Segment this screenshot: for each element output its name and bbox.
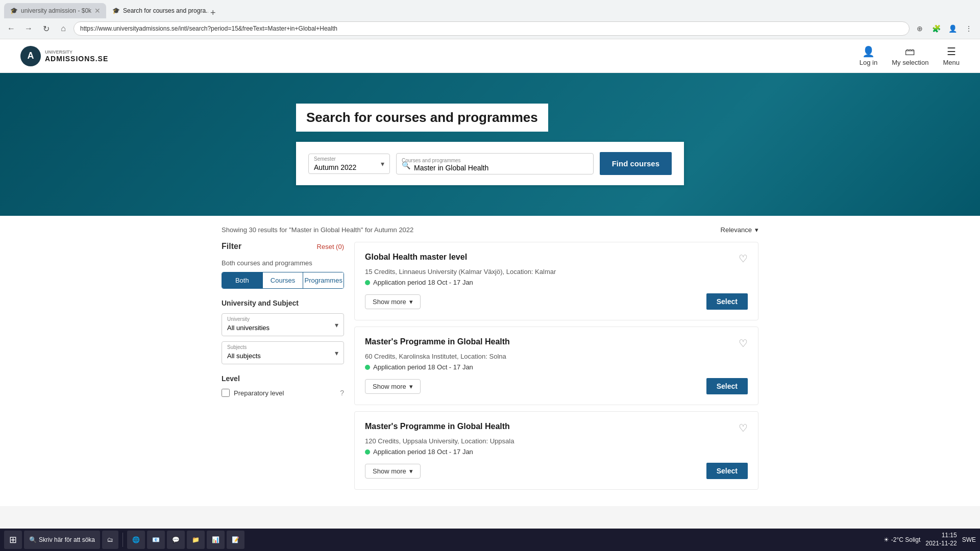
browser-nav-icons: ⊕ 🧩 👤 ⋮ — [913, 21, 976, 36]
course-meta-3: 120 Credits, Uppsala University, Locatio… — [365, 437, 748, 445]
application-text-3: Application period 18 Oct - 17 Jan — [373, 448, 473, 456]
semester-label: Semester — [314, 156, 336, 162]
reload-button[interactable]: ↻ — [39, 21, 53, 36]
filter-level-section: Level Preparatory level ? — [222, 374, 344, 397]
logo-university: UNIVERSITY — [45, 49, 108, 55]
help-icon[interactable]: ? — [340, 389, 344, 397]
course-card-3-bottom: Show more ▾ Select — [365, 463, 748, 479]
course-card-2-top: Master's Programme in Global Health ♡ — [365, 337, 748, 349]
course-card-1-top: Global Health master level ♡ — [365, 253, 748, 265]
myselection-label: My selection — [892, 59, 928, 66]
application-text-2: Application period 18 Oct - 17 Jan — [373, 363, 473, 371]
home-button[interactable]: ⌂ — [56, 21, 70, 36]
browser-tab-2[interactable]: 🎓 Search for courses and progra... ✕ — [106, 3, 208, 18]
show-more-chevron-3: ▾ — [409, 467, 413, 475]
course-application-1: Application period 18 Oct - 17 Jan — [365, 279, 748, 286]
show-more-chevron-2: ▾ — [409, 383, 413, 390]
course-card-1: Global Health master level ♡ 15 Credits,… — [354, 242, 758, 320]
tab2-favicon: 🎓 — [112, 7, 120, 14]
courses-input[interactable] — [402, 164, 588, 172]
tabs-bar: 🎓 university admission - $0k ✕ 🎓 Search … — [0, 0, 980, 18]
browser-nav: ← → ↻ ⌂ ⊕ 🧩 👤 ⋮ — [0, 18, 980, 39]
course-title-1[interactable]: Global Health master level — [365, 253, 467, 262]
hero-content: Search for courses and programmes Semest… — [296, 104, 684, 185]
filter-panel: Filter Reset (0) Both courses and progra… — [222, 242, 344, 496]
university-select-wrap: University All universities ▾ — [222, 313, 344, 336]
toggle-courses-button[interactable]: Courses — [263, 272, 304, 288]
myselection-icon: 🗃 — [905, 46, 915, 58]
course-application-3: Application period 18 Oct - 17 Jan — [365, 448, 748, 456]
course-card-1-bottom: Show more ▾ Select — [365, 293, 748, 310]
application-text-1: Application period 18 Oct - 17 Jan — [373, 279, 473, 286]
favorite-button-3[interactable]: ♡ — [739, 422, 748, 434]
hero-section: Search for courses and programmes Semest… — [0, 73, 980, 216]
course-list: Global Health master level ♡ 15 Credits,… — [354, 242, 758, 496]
browser-chrome: 🎓 university admission - $0k ✕ 🎓 Search … — [0, 0, 980, 39]
login-nav-item[interactable]: 👤 Log in — [860, 45, 877, 66]
back-button[interactable]: ← — [4, 21, 18, 36]
reset-link[interactable]: Reset (0) — [317, 243, 344, 251]
address-bar[interactable] — [74, 21, 910, 36]
extension-icon[interactable]: 🧩 — [929, 21, 943, 36]
semester-select-wrap: Semester Autumn 2022 Spring 2023 ▾ — [308, 154, 390, 174]
logo-text-block: UNIVERSITY ADMISSIONS.SE — [45, 49, 108, 63]
course-title-2[interactable]: Master's Programme in Global Health — [365, 337, 510, 346]
course-title-3[interactable]: Master's Programme in Global Health — [365, 422, 510, 431]
show-more-button-2[interactable]: Show more ▾ — [365, 379, 421, 394]
preparatory-level-row: Preparatory level ? — [222, 389, 344, 397]
select-button-1[interactable]: Select — [706, 293, 748, 310]
settings-icon[interactable]: ⋮ — [962, 21, 976, 36]
select-button-2[interactable]: Select — [706, 378, 748, 394]
toggle-programmes-button[interactable]: Programmes — [303, 272, 344, 288]
results-area: Showing 30 results for "Master in Global… — [209, 216, 771, 506]
results-body: Filter Reset (0) Both courses and progra… — [222, 242, 758, 496]
new-tab-button[interactable]: + — [210, 8, 216, 18]
course-meta-2: 60 Credits, Karolinska Institutet, Locat… — [365, 353, 748, 360]
menu-label: Menu — [943, 59, 960, 66]
results-header: Showing 30 results for "Master in Global… — [222, 226, 758, 234]
filter-type-section: Both courses and programmes Both Courses… — [222, 259, 344, 289]
page: A UNIVERSITY ADMISSIONS.SE 👤 Log in 🗃 My… — [0, 39, 980, 506]
type-toggle-group: Both Courses Programmes — [222, 272, 344, 289]
filter-header: Filter Reset (0) — [222, 242, 344, 251]
browser-tab-1[interactable]: 🎓 university admission - $0k ✕ — [4, 3, 106, 18]
favorite-button-1[interactable]: ♡ — [739, 253, 748, 265]
select-button-3[interactable]: Select — [706, 463, 748, 479]
favorite-button-2[interactable]: ♡ — [739, 337, 748, 349]
course-card-3: Master's Programme in Global Health ♡ 12… — [354, 411, 758, 490]
show-more-label-3: Show more — [373, 467, 406, 475]
sort-wrap[interactable]: Relevance ▾ — [721, 226, 758, 234]
show-more-button-1[interactable]: Show more ▾ — [365, 294, 421, 309]
filter-level-title: Level — [222, 374, 344, 383]
course-application-2: Application period 18 Oct - 17 Jan — [365, 363, 748, 371]
myselection-nav-item[interactable]: 🗃 My selection — [892, 46, 928, 66]
filter-uni-subject-section: University and Subject University All un… — [222, 299, 344, 364]
menu-nav-item[interactable]: ☰ Menu — [943, 45, 960, 66]
site-logo[interactable]: A UNIVERSITY ADMISSIONS.SE — [20, 46, 108, 66]
login-label: Log in — [860, 59, 877, 66]
application-dot-1 — [365, 280, 370, 285]
application-dot-2 — [365, 365, 370, 370]
login-icon: 👤 — [862, 45, 875, 58]
hero-title: Search for courses and programmes — [296, 104, 548, 132]
course-card-2: Master's Programme in Global Health ♡ 60… — [354, 327, 758, 405]
find-courses-button[interactable]: Find courses — [600, 152, 672, 175]
application-dot-3 — [365, 449, 370, 455]
course-meta-1: 15 Credits, Linnaeus University (Kalmar … — [365, 268, 748, 276]
preparatory-level-checkbox[interactable] — [222, 389, 230, 397]
tab2-label: Search for courses and progra... — [123, 7, 208, 14]
courses-input-wrap: Courses and programmes 🔍 — [396, 153, 594, 174]
tab1-close[interactable]: ✕ — [94, 7, 101, 15]
filter-type-label: Both courses and programmes — [222, 259, 344, 267]
screen-cast-icon[interactable]: ⊕ — [913, 21, 927, 36]
filter-uni-subject-title: University and Subject — [222, 299, 344, 307]
tab1-label: university admission - $0k — [21, 7, 91, 14]
show-more-chevron-1: ▾ — [409, 298, 413, 306]
toggle-both-button[interactable]: Both — [222, 272, 263, 288]
forward-button[interactable]: → — [21, 21, 36, 36]
filter-title: Filter — [222, 242, 241, 251]
show-more-button-3[interactable]: Show more ▾ — [365, 464, 421, 479]
logo-circle: A — [20, 46, 41, 66]
profile-icon[interactable]: 👤 — [945, 21, 960, 36]
menu-icon: ☰ — [947, 45, 956, 58]
